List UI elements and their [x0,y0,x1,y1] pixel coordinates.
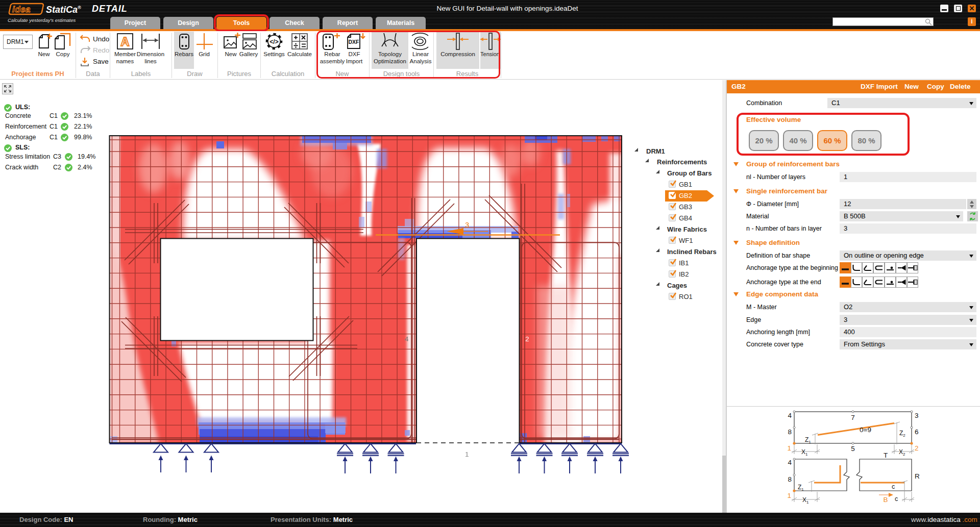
svg-text:8: 8 [788,428,792,436]
svg-text:B: B [883,496,888,504]
svg-text:4: 4 [405,335,409,343]
svg-text:3: 3 [465,221,469,229]
svg-text:R: R [915,472,920,480]
svg-text:6: 6 [915,428,919,436]
svg-text:Z2: Z2 [899,430,905,438]
svg-text:4: 4 [788,459,792,466]
svg-text:1: 1 [465,450,469,458]
svg-text:4: 4 [788,412,792,419]
svg-text:1: 1 [787,492,791,499]
svg-text:8: 8 [788,475,792,483]
svg-text:3: 3 [915,412,919,419]
svg-text:A: A [120,35,129,48]
svg-text:</>: </> [270,38,278,45]
svg-text:2: 2 [915,444,919,452]
svg-text:0=9: 0=9 [860,426,871,434]
svg-text:X1: X1 [801,448,808,457]
svg-text:c: c [892,483,895,490]
svg-text:Z1: Z1 [805,436,811,444]
svg-text:2: 2 [525,335,529,343]
svg-text:X2: X2 [899,448,905,457]
svg-text:7: 7 [851,414,855,421]
svg-text:1: 1 [787,444,791,452]
svg-text:T: T [884,451,888,459]
svg-text:Z1: Z1 [798,484,804,492]
svg-text:X1: X1 [802,496,809,505]
svg-text:5: 5 [851,445,855,453]
svg-text:c: c [895,495,898,503]
